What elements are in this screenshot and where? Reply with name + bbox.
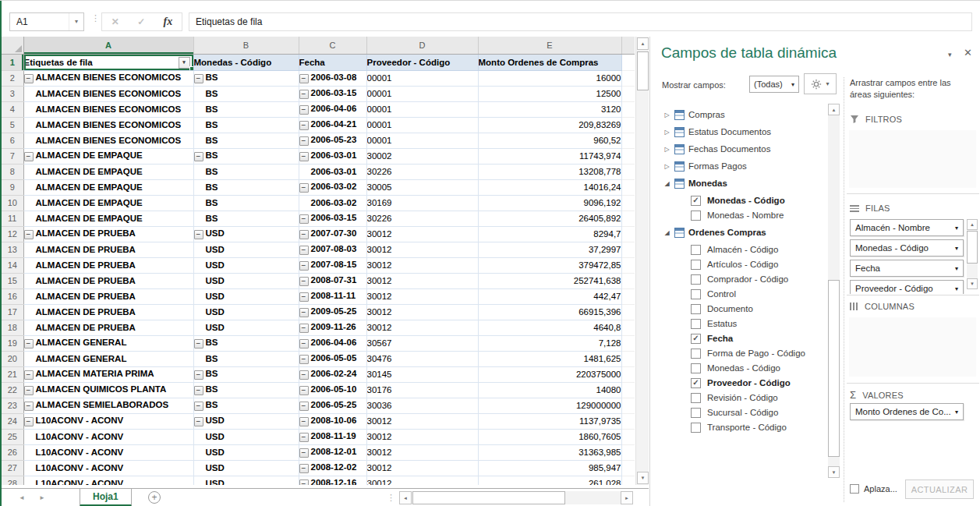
cell-fecha[interactable]: −2008-12-16	[299, 476, 366, 485]
cell-moneda[interactable]: BS	[193, 351, 299, 366]
pivot-header-cell[interactable]: Etiquetas de fila▾	[23, 54, 193, 70]
column-header-E[interactable]: E	[478, 37, 621, 54]
cell-monto[interactable]: 8294,7	[478, 226, 621, 242]
empty-cell[interactable]	[621, 335, 635, 351]
row-header-27[interactable]: 27	[2, 460, 23, 476]
cell-proveedor[interactable]: 30005	[366, 179, 478, 195]
field-group[interactable]: ▷Estatus Documentos	[660, 126, 826, 138]
collapse-icon[interactable]: −	[299, 402, 309, 411]
horizontal-scrollbar[interactable]: ◄ ►	[399, 491, 633, 504]
row-header-1[interactable]: 1	[2, 54, 23, 70]
cell-fecha[interactable]: −2006-04-06	[299, 335, 366, 351]
field-item[interactable]: ✓Proveedor - Código	[691, 377, 826, 389]
cell-almacen[interactable]: ALMACEN DE PRUEBA	[23, 257, 193, 273]
row-header-12[interactable]: 12	[2, 226, 23, 242]
pivot-header-cell[interactable]: Fecha	[299, 54, 366, 70]
name-box-dropdown-icon[interactable]: ▾	[69, 13, 83, 30]
cell-monto[interactable]: 960,52	[478, 133, 621, 148]
chevron-down-icon[interactable]: ▾	[955, 245, 958, 252]
cell-monto[interactable]: 16000	[478, 70, 621, 86]
cell-fecha[interactable]: −2006-03-01	[299, 148, 366, 164]
cell-proveedor[interactable]: 30176	[366, 382, 478, 398]
collapse-icon[interactable]: −	[194, 152, 203, 161]
cell-moneda[interactable]: USD	[193, 304, 299, 320]
cell-fecha[interactable]: −2008-10-06	[299, 413, 366, 429]
cell-moneda[interactable]: BS	[193, 211, 299, 226]
cell-proveedor[interactable]: 30012	[366, 444, 478, 460]
row-header-22[interactable]: 22	[2, 382, 23, 398]
cell-fecha[interactable]: −2007-07-30	[299, 226, 366, 242]
field-item[interactable]: Sucursal - Código	[691, 406, 826, 419]
cell-monto[interactable]: 985,947	[478, 460, 621, 476]
cell-proveedor[interactable]: 30567	[366, 335, 478, 351]
checked-checkbox[interactable]: ✓	[691, 378, 701, 388]
field-item[interactable]: ✓Fecha	[691, 332, 826, 345]
collapse-icon[interactable]: −	[194, 230, 203, 239]
fill-handle[interactable]	[189, 66, 194, 71]
unchecked-checkbox[interactable]	[691, 274, 701, 285]
cell-proveedor[interactable]: 30012	[366, 242, 478, 257]
empty-cell[interactable]	[621, 242, 635, 257]
cell-proveedor[interactable]: 30012	[366, 288, 478, 304]
unchecked-checkbox[interactable]	[691, 211, 701, 221]
cell-fecha[interactable]: −2008-07-31	[299, 273, 366, 288]
cell-monto[interactable]: 14016,24	[478, 179, 621, 195]
cell-monto[interactable]: 209,83269	[478, 117, 621, 133]
chevron-down-icon[interactable]: ▾	[955, 409, 958, 416]
cell-proveedor[interactable]: 30036	[366, 398, 478, 413]
cell-fecha[interactable]: −2006-05-05	[299, 351, 366, 366]
columns-drop-area[interactable]	[849, 317, 976, 377]
row-header-9[interactable]: 9	[2, 179, 23, 195]
rows-drop-area[interactable]: Almacén - Nombre▾Monedas - Código▾Fecha▾…	[850, 219, 967, 294]
empty-cell[interactable]	[621, 444, 635, 460]
column-header-B[interactable]: B	[193, 37, 299, 54]
cell-almacen[interactable]: −ALMACEN DE EMPAQUE	[23, 148, 193, 164]
cell-monto[interactable]: 220375000	[478, 366, 621, 382]
cell-proveedor[interactable]: 30012	[366, 476, 478, 485]
cell-moneda[interactable]: −BS	[193, 148, 299, 164]
chevron-down-icon[interactable]: ▾	[955, 285, 958, 292]
empty-cell[interactable]	[621, 179, 635, 195]
sheet-tab-hoja1[interactable]: Hoja1	[80, 488, 132, 506]
cell-fecha[interactable]: −2006-03-02	[299, 179, 366, 195]
values-drop-area[interactable]: Monto Ordenes de Co...▾	[850, 403, 967, 423]
cell-fecha[interactable]: −2008-11-19	[299, 429, 366, 444]
cell-proveedor[interactable]: 00001	[366, 117, 478, 133]
field-item[interactable]: ✓Monedas - Código	[691, 194, 826, 207]
cell-proveedor[interactable]: 30012	[366, 304, 478, 320]
cell-almacen[interactable]: ALMACEN DE PRUEBA	[23, 288, 193, 304]
collapse-icon[interactable]: −	[299, 277, 309, 286]
column-header-A[interactable]: A	[23, 37, 193, 54]
row-header-16[interactable]: 16	[2, 288, 23, 304]
cell-almacen[interactable]: ALMACEN DE EMPAQUE	[23, 179, 193, 195]
collapse-icon[interactable]: −	[299, 74, 309, 83]
cell-fecha[interactable]: 2006-03-02	[299, 195, 366, 211]
collapse-icon[interactable]: −	[299, 292, 309, 302]
collapse-icon[interactable]: −	[194, 370, 203, 380]
pivot-header-cell[interactable]: Proveedor - Código	[366, 54, 478, 70]
cell-moneda[interactable]: −BS	[193, 398, 299, 413]
checked-checkbox[interactable]: ✓	[691, 334, 701, 344]
prev-sheet-icon[interactable]: ◄	[19, 494, 25, 501]
empty-cell[interactable]	[621, 288, 635, 304]
collapse-icon[interactable]: −	[299, 90, 309, 99]
rows-area-scrollbar[interactable]: ▲ ▼	[967, 219, 978, 289]
empty-cell[interactable]	[621, 195, 635, 211]
scroll-down-icon[interactable]: ▼	[828, 466, 840, 478]
rows-area-field[interactable]: Proveedor - Código▾	[850, 280, 964, 294]
collapse-icon[interactable]: −	[299, 121, 309, 130]
cell-monto[interactable]: 66915,396	[478, 304, 621, 320]
unchecked-checkbox[interactable]	[691, 349, 701, 359]
collapse-icon[interactable]: −	[24, 370, 34, 380]
rows-scroll-thumb[interactable]	[967, 231, 978, 264]
empty-cell[interactable]	[621, 133, 635, 148]
cell-almacen[interactable]: −ALMACEN SEMIELABORADOS	[23, 398, 193, 413]
field-item[interactable]: Revisión - Código	[691, 391, 826, 404]
empty-cell[interactable]	[621, 398, 635, 413]
collapse-icon[interactable]: −	[299, 308, 309, 317]
collapse-icon[interactable]: −	[299, 136, 309, 146]
row-header-13[interactable]: 13	[2, 242, 23, 257]
empty-cell[interactable]	[621, 70, 635, 86]
expand-arrow-icon[interactable]: ▷	[663, 163, 670, 170]
empty-cell[interactable]	[621, 86, 635, 101]
